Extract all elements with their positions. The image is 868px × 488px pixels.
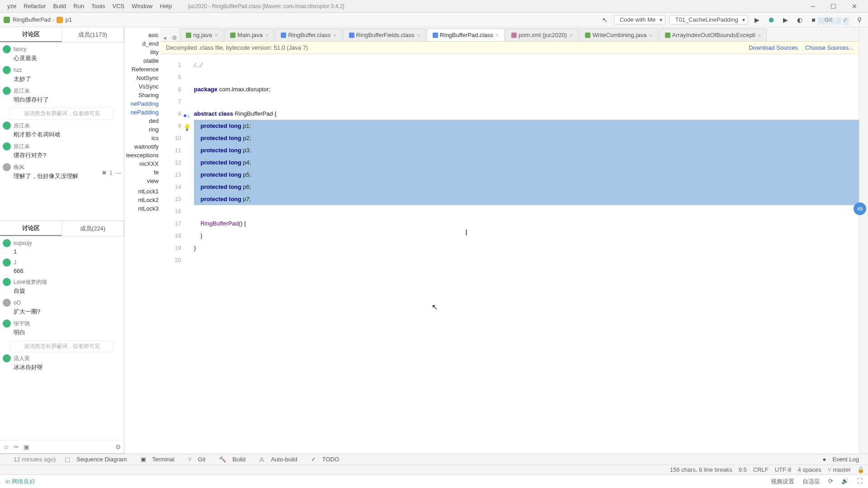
tab-members[interactable]: 成员(1173) [62, 27, 124, 42]
fullscreen-icon[interactable]: ⛶ [857, 478, 863, 486]
tab-close-icon[interactable]: × [265, 33, 268, 38]
choose-sources-link[interactable]: Choose Sources... [805, 44, 854, 51]
gutter-line[interactable]: 9💡 [160, 120, 181, 132]
tree-item[interactable]: ntLock1 [124, 187, 160, 196]
download-sources-link[interactable]: Download Sources [749, 44, 798, 51]
code-line[interactable]: protected long p3; [194, 144, 859, 156]
editor-tab[interactable]: RingBuffer.class× [275, 28, 342, 41]
gutter-line[interactable]: 19 [160, 242, 181, 254]
override-icon[interactable]: ●↓ [183, 109, 189, 115]
code-line[interactable]: /.../ [194, 59, 859, 71]
panel-minimize-icon[interactable]: — [115, 169, 121, 176]
gutter-line[interactable]: 17 [160, 217, 181, 230]
tree-item[interactable]: ics [124, 134, 160, 142]
tree-item[interactable]: leexceptions [124, 151, 160, 160]
tree-item[interactable]: ntLock3 [124, 204, 160, 213]
scissors-icon[interactable]: ✂ [14, 443, 19, 450]
emoji-icon[interactable]: ☺ [3, 443, 9, 450]
float-badge[interactable]: 49 [854, 202, 866, 215]
tab-settings-icon[interactable]: ⚙ [169, 34, 180, 41]
tab-close-icon[interactable]: × [496, 33, 499, 38]
panel-pin-icon[interactable]: ✖ [102, 169, 107, 176]
gutter-line[interactable]: 15 [160, 193, 181, 205]
editor-tab[interactable]: RingBufferFields.class× [343, 28, 426, 41]
gutter-line[interactable]: 12 [160, 156, 181, 169]
encoding[interactable]: UTF-8 [775, 466, 792, 473]
tree-item[interactable]: ring [124, 125, 160, 134]
breadcrumb[interactable]: RingBufferPad › p1 [4, 16, 72, 23]
run-button[interactable]: ▶ [752, 15, 762, 24]
profile-icon[interactable]: ◐ [794, 15, 805, 24]
gutter-line[interactable]: 6 [160, 83, 181, 95]
code-line[interactable]: protected long p1; [194, 120, 859, 132]
intention-bulb-icon[interactable]: 💡 [183, 122, 189, 127]
tree-item[interactable]: fe [124, 168, 160, 177]
terminal-button[interactable]: ▣ Terminal [136, 456, 184, 463]
tree-item[interactable]: olatile [124, 56, 160, 65]
menu-run[interactable]: Run [70, 3, 88, 9]
code-line[interactable] [194, 254, 859, 266]
editor-tab[interactable]: pom.xml (juc2020)× [505, 28, 578, 41]
code-line[interactable]: } [194, 242, 859, 254]
tree-item[interactable]: nePadding [124, 108, 160, 117]
code-line[interactable]: protected long p7; [194, 193, 859, 205]
gutter-line[interactable]: 1 [160, 59, 181, 71]
editor-tab[interactable]: ArrayIndexOutOfBoundsExcepti× [659, 28, 767, 41]
code-line[interactable]: } [194, 230, 859, 242]
tab-discussion[interactable]: 讨论区 [0, 27, 62, 42]
sequence-diagram-button[interactable]: ⬚ Sequence Diagram [60, 456, 136, 463]
indent-info[interactable]: 4 spaces [798, 466, 821, 473]
volume-icon[interactable]: 🔊 [841, 478, 849, 486]
event-log-button[interactable]: ● Event Log [818, 456, 868, 463]
code-line[interactable]: protected long p2; [194, 132, 859, 144]
gutter-line[interactable]: 14 [160, 181, 181, 193]
code-line[interactable]: protected long p6; [194, 181, 859, 193]
tree-item[interactable]: asic [124, 31, 160, 39]
minimize-icon[interactable]: ─ [807, 3, 819, 10]
right-sidebar[interactable] [859, 27, 868, 454]
maximize-icon[interactable]: ☐ [827, 3, 840, 10]
tree-item[interactable]: ility [124, 48, 160, 56]
tab-discussion[interactable]: 讨论区 [0, 221, 62, 236]
tree-item[interactable]: nicXXX [124, 160, 160, 168]
tab-close-icon[interactable]: × [417, 33, 420, 38]
menu-analyze[interactable]: yze [4, 3, 20, 9]
gutter-line[interactable]: 5 [160, 71, 181, 83]
editor-tab[interactable]: Main.java× [224, 28, 274, 41]
code-with-me-dropdown[interactable]: Code with Me ▾ [614, 15, 666, 24]
gutter-line[interactable]: 7 [160, 95, 181, 108]
tree-item[interactable]: VsSync [124, 82, 160, 91]
code-editor[interactable]: 15678●↓9💡1011121314151617181920 /.../ pa… [160, 54, 859, 454]
code-line[interactable] [194, 95, 859, 108]
tree-item[interactable]: ntLock2 [124, 196, 160, 204]
code-line[interactable]: RingBufferPad() { [194, 217, 859, 230]
menu-refactor[interactable]: Refactor [20, 3, 49, 9]
image-icon[interactable]: ▣ [24, 443, 29, 450]
menu-tools[interactable]: Tools [88, 3, 108, 9]
tree-item[interactable]: Reference [124, 65, 160, 74]
back-icon[interactable]: ↖ [599, 15, 610, 24]
editor-tab[interactable]: WriteCombining.java× [579, 28, 658, 41]
tab-close-icon[interactable]: × [215, 33, 217, 38]
lock-icon[interactable]: 🔒 [857, 466, 864, 473]
tree-item[interactable]: NotSync [124, 74, 160, 82]
auto-build-button[interactable]: ⚠ Auto-build [255, 456, 307, 463]
close-icon[interactable]: ✕ [848, 3, 861, 10]
gutter-line[interactable]: 8●↓ [160, 108, 181, 120]
build-button[interactable]: 🔨 Build [214, 456, 255, 463]
gutter-line[interactable]: 10 [160, 132, 181, 144]
gutter-line[interactable]: 13 [160, 169, 181, 181]
menu-vcs[interactable]: VCS [109, 3, 128, 9]
gutter-line[interactable]: 16 [160, 205, 181, 217]
tab-close-icon[interactable]: × [333, 33, 336, 38]
menu-help[interactable]: Help [156, 3, 176, 9]
tree-item[interactable]: view [124, 177, 160, 185]
cursor-position[interactable]: 9:5 [739, 466, 747, 473]
tree-item[interactable]: nePadding [124, 99, 160, 108]
run-config-dropdown[interactable]: T01_CacheLinePadding ▾ [669, 15, 748, 24]
menu-window[interactable]: Window [128, 3, 156, 9]
refresh-icon[interactable]: ⟳ [828, 478, 833, 486]
code-line[interactable]: protected long p5; [194, 169, 859, 181]
project-tree[interactable]: asic d_end ility olatile Reference NotSy… [124, 27, 160, 454]
video-settings-button[interactable]: 视频设置 [771, 478, 794, 486]
